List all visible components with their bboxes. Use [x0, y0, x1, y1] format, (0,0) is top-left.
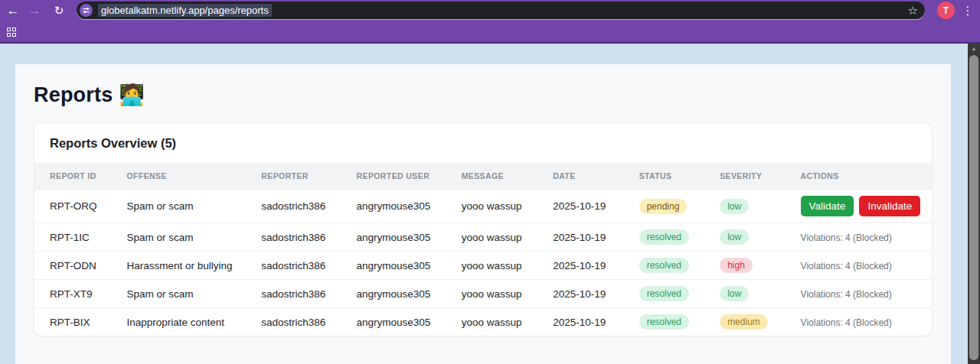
offense-cell: Spam or scam [121, 190, 256, 223]
column-header-actions: Actions [795, 163, 932, 190]
reported-user-cell: angrymouse305 [351, 190, 456, 223]
severity-cell: medium [714, 308, 794, 336]
severity-cell: low [714, 223, 794, 252]
reporter-cell: sadostrich386 [255, 280, 350, 308]
table-row: RPT-XT9 Spam or scam sadostrich386 angry… [34, 280, 932, 308]
reporter-cell: sadostrich386 [255, 190, 350, 223]
message-cell: yooo wassup [456, 252, 547, 280]
bookmarks-bar [0, 21, 16, 42]
reported-user-cell: angrymouse305 [351, 280, 456, 308]
reports-table: Report IDOffenseReporterReported UserMes… [34, 163, 932, 336]
table-row: RPT-BIX Inappropriate content sadostrich… [34, 308, 932, 336]
report-id-cell: RPT-ORQ [34, 190, 121, 223]
scrollbar-up-icon[interactable]: ▲ [968, 44, 980, 54]
date-cell: 2025-10-19 [547, 252, 633, 280]
severity-cell: low [714, 280, 794, 308]
table-row: RPT-ORQ Spam or scam sadostrich386 angry… [34, 190, 932, 223]
offense-cell: Spam or scam [121, 223, 256, 252]
status-cell: resolved [633, 252, 714, 280]
column-header-date: Date [547, 163, 633, 190]
severity-badge: medium [720, 314, 768, 330]
actions-cell: Violations: 4 (Blocked) [795, 308, 932, 336]
profile-avatar[interactable]: T [937, 2, 955, 19]
message-cell: yooo wassup [456, 308, 547, 336]
site-settings-icon[interactable] [80, 4, 93, 17]
column-header-offense: Offense [121, 163, 256, 190]
report-id-cell: RPT-ODN [34, 252, 121, 280]
back-icon[interactable]: ← [3, 0, 23, 21]
scrollbar[interactable]: ▲ [968, 44, 980, 364]
technologist-emoji: 🧑‍💻 [119, 83, 145, 106]
date-cell: 2025-10-19 [547, 223, 633, 252]
table-row: RPT-1IC Spam or scam sadostrich386 angry… [34, 223, 932, 252]
invalidate-button[interactable]: Invalidate [859, 196, 920, 216]
column-header-status: Status [633, 163, 714, 190]
message-cell: yooo wassup [456, 280, 547, 308]
url-text[interactable]: globetalkatm.netlify.app/pages/reports [98, 4, 272, 17]
status-cell: resolved [633, 280, 714, 308]
violations-text: Violations: 4 (Blocked) [801, 317, 892, 328]
violations-text: Violations: 4 (Blocked) [801, 289, 892, 300]
status-badge: resolved [639, 229, 689, 245]
date-cell: 2025-10-19 [547, 280, 633, 308]
browser-toolbar: ← → ↻ globetalkatm.netlify.app/pages/rep… [0, 0, 980, 21]
browser-chrome: ← → ↻ globetalkatm.netlify.app/pages/rep… [0, 0, 980, 44]
message-cell: yooo wassup [456, 190, 547, 223]
report-id-cell: RPT-XT9 [34, 280, 121, 308]
column-header-reporter: Reporter [255, 163, 350, 190]
status-cell: resolved [633, 223, 714, 252]
report-id-cell: RPT-1IC [34, 223, 121, 252]
forward-icon[interactable]: → [24, 0, 44, 21]
violations-text: Violations: 4 (Blocked) [801, 261, 892, 271]
actions-cell: Violations: 4 (Blocked) [795, 223, 932, 252]
severity-badge: low [720, 199, 749, 214]
apps-grid-icon[interactable] [7, 28, 16, 37]
reported-user-cell: angrymouse305 [351, 252, 456, 280]
status-badge: resolved [639, 286, 689, 301]
card-title: Reports Overview (5) [34, 123, 932, 163]
actions-cell: Violations: 4 (Blocked) [795, 252, 932, 280]
actions-cell: Violations: 4 (Blocked) [795, 280, 932, 308]
actions-cell: ValidateInvalidate [795, 190, 932, 223]
column-header-severity: Severity [714, 163, 794, 190]
status-cell: pending [633, 190, 714, 223]
scrollbar-thumb[interactable] [969, 55, 978, 360]
offense-cell: Inappropriate content [121, 308, 256, 336]
reporter-cell: sadostrich386 [255, 223, 350, 252]
page-content: Reports 🧑‍💻 Reports Overview (5) Report … [15, 64, 951, 364]
validate-button[interactable]: Validate [801, 196, 854, 216]
url-bar[interactable]: globetalkatm.netlify.app/pages/reports ☆ [77, 2, 925, 19]
date-cell: 2025-10-19 [547, 190, 633, 223]
violations-text: Violations: 4 (Blocked) [801, 232, 892, 243]
column-header-reported-user: Reported User [351, 163, 456, 190]
column-header-report-id: Report ID [34, 163, 121, 190]
reported-user-cell: angrymouse305 [351, 223, 456, 252]
offense-cell: Harassment or bullying [121, 252, 256, 280]
message-cell: yooo wassup [456, 223, 547, 252]
report-id-cell: RPT-BIX [34, 308, 121, 336]
status-badge: resolved [639, 258, 689, 273]
reported-user-cell: angrymouse305 [351, 308, 456, 336]
reports-overview-card: Reports Overview (5) Report IDOffenseRep… [34, 122, 933, 336]
severity-badge: low [720, 286, 749, 301]
table-row: RPT-ODN Harassment or bullying sadostric… [34, 252, 932, 280]
severity-badge: low [720, 229, 749, 245]
severity-cell: low [714, 190, 794, 223]
status-badge: pending [639, 199, 688, 214]
reporter-cell: sadostrich386 [255, 252, 350, 280]
date-cell: 2025-10-19 [547, 308, 633, 336]
table-header-row: Report IDOffenseReporterReported UserMes… [34, 163, 932, 190]
status-cell: resolved [633, 308, 714, 336]
bookmark-star-icon[interactable]: ☆ [908, 2, 918, 19]
severity-badge: high [720, 258, 753, 273]
reporter-cell: sadostrich386 [255, 308, 350, 336]
offense-cell: Spam or scam [121, 280, 256, 308]
status-badge: resolved [639, 314, 689, 330]
severity-cell: high [714, 252, 794, 280]
browser-menu-icon[interactable]: ⋮ [960, 0, 975, 21]
column-header-message: Message [456, 163, 547, 190]
page-title: Reports 🧑‍💻 [34, 83, 933, 107]
reload-icon[interactable]: ↻ [49, 0, 69, 21]
